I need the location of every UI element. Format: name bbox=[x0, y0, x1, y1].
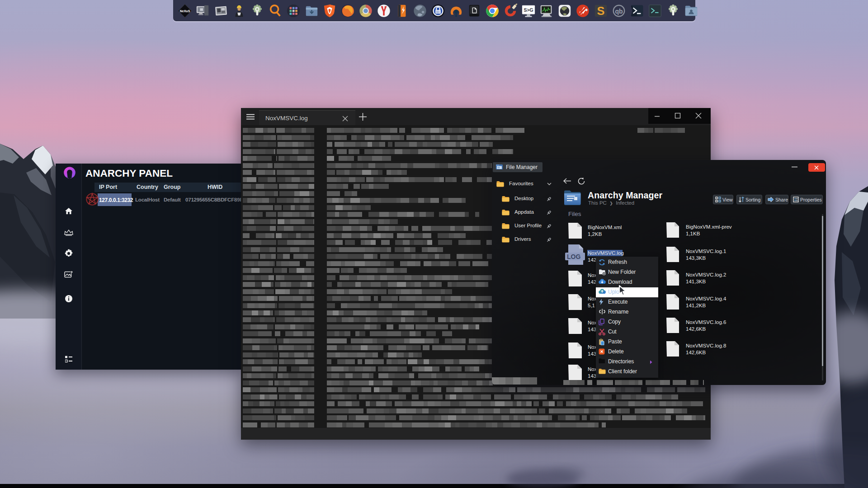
svg-text:S>G: S>G bbox=[524, 7, 533, 12]
svg-text:qb: qb bbox=[615, 7, 623, 14]
svg-text:NeXuS: NeXuS bbox=[180, 9, 190, 12]
svg-text:S: S bbox=[597, 5, 605, 17]
